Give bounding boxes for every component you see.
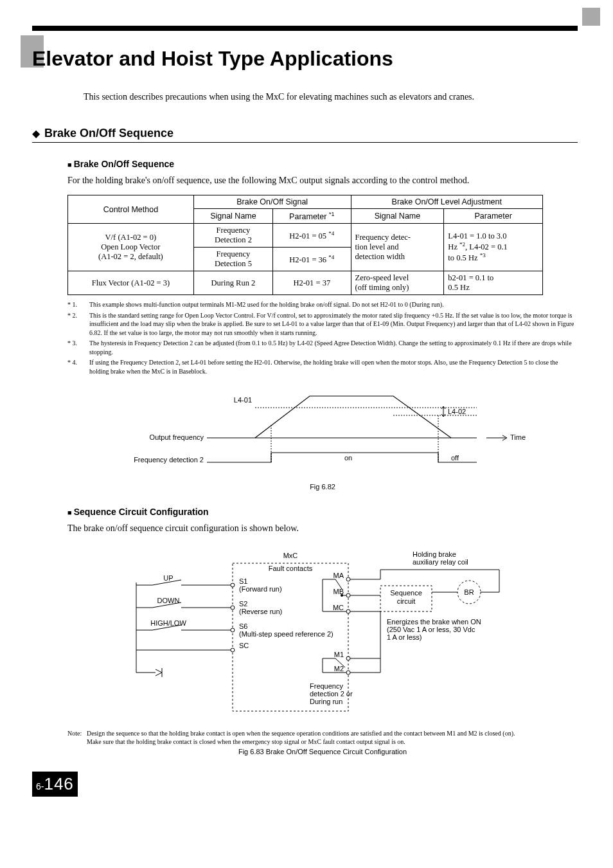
svg-point-47 <box>346 593 350 597</box>
svg-text:(250 Vac 1 A or less, 30 Vdc: (250 Vac 1 A or less, 30 Vdc <box>387 626 475 633</box>
sub-heading-circuit: ■Sequence Circuit Configuration <box>67 507 578 517</box>
svg-text:HIGH/LOW: HIGH/LOW <box>150 619 186 627</box>
th-signame2: Signal Name <box>351 209 444 224</box>
svg-text:Frequency: Frequency <box>310 682 343 690</box>
th-control: Control Method <box>68 195 194 224</box>
svg-point-77 <box>346 671 350 674</box>
svg-point-22 <box>231 583 235 587</box>
circuit-diagram: MxC Fault contacts UP S1 (Forward run) D… <box>67 544 578 724</box>
parameter-table: Control Method Brake On/Off Signal Brake… <box>67 195 543 295</box>
circuit-note: Note: Design the sequence so that the ho… <box>67 729 578 746</box>
svg-text:Sequence: Sequence <box>390 589 422 597</box>
td-sn-fd2: FrequencyDetection 2 <box>193 224 272 248</box>
svg-text:Fault contacts: Fault contacts <box>269 565 313 572</box>
fig-683-caption: Fig 6.83 Brake On/Off Sequence Circuit C… <box>67 748 578 755</box>
svg-text:Energizes the brake when ON: Energizes the brake when ON <box>387 618 481 626</box>
square-icon: ■ <box>67 161 72 168</box>
svg-text:Output frequency: Output frequency <box>150 433 204 441</box>
th-signal: Brake On/Off Signal <box>193 195 351 209</box>
svg-text:(Forward run): (Forward run) <box>239 585 282 593</box>
th-param: Parameter *1 <box>273 209 351 224</box>
td-sn-fd5: FrequencyDetection 5 <box>193 248 272 271</box>
svg-text:SC: SC <box>239 642 249 649</box>
th-level: Brake On/Off Level Adjustment <box>351 195 543 209</box>
svg-text:S1: S1 <box>239 577 247 585</box>
td-cm-vf: V/f (A1-02 = 0) Open Loop Vector (A1-02 … <box>68 224 194 271</box>
page-title-wrap: Elevator and Hoist Type Applications <box>32 47 578 71</box>
svg-text:(Reverse run): (Reverse run) <box>239 608 282 615</box>
svg-point-40 <box>231 648 235 652</box>
svg-text:Frequency detection 2: Frequency detection 2 <box>134 456 204 464</box>
svg-text:off: off <box>451 454 459 462</box>
footnotes: * 1.This example shows multi-function ou… <box>67 300 578 375</box>
td-pm-36: H2-01 = 36 *4 <box>273 248 351 271</box>
td-sn2-fdlw: Frequency detec- tion level and detectio… <box>351 224 444 271</box>
page-title: Elevator and Hoist Type Applications <box>32 47 578 71</box>
svg-text:MxC: MxC <box>283 552 298 559</box>
svg-text:S2: S2 <box>239 600 247 608</box>
diamond-icon: ◆ <box>32 127 40 140</box>
svg-text:S6: S6 <box>239 622 247 630</box>
page-number: 6-146 <box>32 772 578 797</box>
svg-text:M1: M1 <box>334 651 344 658</box>
intro-text: This section describes precautions when … <box>84 90 578 104</box>
sub-heading-brake-sequence: ■Brake On/Off Sequence <box>67 159 578 169</box>
svg-text:Holding brake: Holding brake <box>413 550 456 558</box>
square-icon: ■ <box>67 509 72 516</box>
svg-text:L4-01: L4-01 <box>234 396 252 404</box>
td-pm-05: H2-01 = 05 *4 <box>273 224 351 248</box>
sub-body-circuit: The brake on/off sequence circuit config… <box>67 521 578 536</box>
fig-682-caption: Fig 6.82 <box>67 483 578 491</box>
svg-point-74 <box>346 656 350 660</box>
svg-text:MA: MA <box>333 572 344 579</box>
svg-text:UP: UP <box>163 574 173 582</box>
td-cm-flux: Flux Vector (A1-02 = 3) <box>68 271 194 295</box>
td-sn-dr2: During Run 2 <box>193 271 272 295</box>
svg-text:circuit: circuit <box>397 597 416 605</box>
svg-point-50 <box>346 610 350 613</box>
svg-text:on: on <box>344 454 352 462</box>
td-pm2-b2: b2-01 = 0.1 to0.5 Hz <box>444 271 543 295</box>
svg-text:During run: During run <box>310 698 342 705</box>
svg-point-29 <box>231 606 235 610</box>
svg-text:(Multi-step speed reference 2): (Multi-step speed reference 2) <box>239 630 333 638</box>
svg-point-36 <box>231 628 235 632</box>
svg-text:MC: MC <box>333 604 344 611</box>
svg-text:M2: M2 <box>334 665 344 673</box>
svg-text:detection 2 or: detection 2 or <box>310 690 353 698</box>
td-pm-37: H2-01 = 37 <box>273 271 351 295</box>
svg-text:Time: Time <box>510 433 526 441</box>
td-pm2-l4: L4-01 = 1.0 to 3.0 Hz *2, L4-02 = 0.1 to… <box>444 224 543 271</box>
timing-diagram: L4-01 L4-02 Output frequency Time Freque… <box>67 383 578 491</box>
th-param2: Parameter <box>444 209 543 224</box>
svg-text:1 A or less): 1 A or less) <box>387 633 422 641</box>
svg-text:auxiliary relay coil: auxiliary relay coil <box>413 558 468 566</box>
th-signame: Signal Name <box>193 209 272 224</box>
top-bar <box>32 26 578 31</box>
svg-point-44 <box>346 577 350 581</box>
svg-text:BR: BR <box>464 588 474 596</box>
svg-text:L4-02: L4-02 <box>448 408 466 415</box>
sub-body-brake-sequence: For the holding brake's on/off sequence,… <box>67 173 578 188</box>
td-sn2-zs: Zero-speed level(off timing only) <box>351 271 444 295</box>
section-heading: ◆ Brake On/Off Sequence <box>32 127 578 143</box>
section-heading-text: Brake On/Off Sequence <box>44 127 173 140</box>
